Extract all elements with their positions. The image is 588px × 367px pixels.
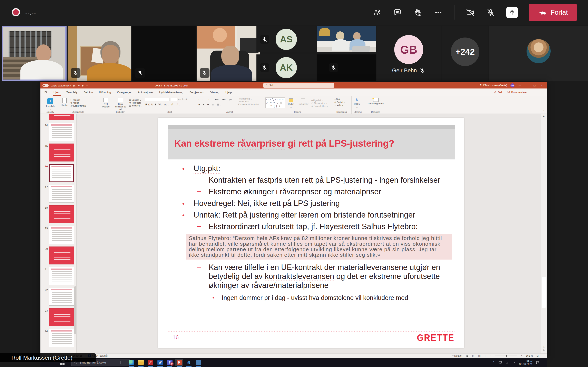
comments-button[interactable]: Kommentarer	[507, 91, 527, 94]
ribbon-tab[interactable]: Hjem	[53, 90, 61, 95]
share-button[interactable]: Del	[494, 91, 502, 94]
underline-button[interactable]: U	[151, 103, 153, 106]
slideshow-icon[interactable]: 𝖳	[484, 354, 486, 358]
task-view-icon[interactable]	[118, 359, 126, 366]
align-right-button[interactable]: ≡	[207, 103, 209, 106]
audio-tile-ak[interactable]: AK	[256, 54, 316, 81]
text-direction-button[interactable]: Tekstretning ⌄	[238, 98, 261, 100]
slide-thumbnail[interactable]	[49, 114, 74, 120]
mic-off-icon[interactable]	[486, 8, 495, 17]
video-tile-camera-off[interactable]	[132, 26, 196, 81]
slide[interactable]: Kan ekstreme råvarpriser gi rett på LPS-…	[158, 118, 464, 348]
slide-thumbnail[interactable]	[49, 226, 74, 244]
ribbon-tab[interactable]: Animasjoner	[138, 90, 154, 95]
action-center-icon[interactable]	[536, 361, 539, 364]
word-icon[interactable]: W	[156, 359, 164, 366]
scrollbar-thumb[interactable]	[542, 277, 546, 308]
shape-fill-button[interactable]: ◙ Figurfyll ⌄	[311, 99, 328, 101]
taskbar-clock[interactable]: 08.57 30.06.2021	[519, 359, 532, 366]
acrobat-icon[interactable]: 𝐹	[146, 359, 155, 366]
find-button[interactable]: ⌕ Søk	[334, 98, 351, 100]
previous-slide-icon[interactable]: ≙	[543, 346, 545, 349]
slide-thumbnail[interactable]	[49, 329, 74, 347]
minimize-icon[interactable]: –	[525, 84, 529, 87]
video-tile-participant[interactable]	[68, 26, 131, 81]
font-color-button[interactable]: A⌄	[177, 103, 180, 106]
align-text-button[interactable]: Juster tekst ⌄	[238, 100, 261, 103]
customize-qat-icon[interactable]: ≂	[86, 84, 88, 87]
reset-button[interactable]: ⟲ Tilbakestill	[129, 101, 143, 104]
slide-scrollbar[interactable]: ▲ ≙ ≚	[541, 114, 547, 353]
ribbon-options-icon[interactable]: ▭	[518, 84, 522, 87]
layout-button[interactable]: ▣ Oppsett ⌄	[129, 99, 143, 101]
indent-more-button[interactable]: ⇥≡	[222, 98, 225, 101]
align-center-button[interactable]: ≡	[203, 103, 205, 106]
video-tile-participant[interactable]	[197, 26, 260, 81]
change-case-button[interactable]: Aa⌄	[164, 103, 169, 106]
ppt-search-box[interactable]: Søk	[263, 83, 334, 88]
line-spacing-button[interactable]: ↕≡	[229, 98, 232, 101]
char-spacing-button[interactable]: AV⌄	[158, 103, 163, 106]
restore-icon[interactable]: □	[532, 84, 536, 87]
share-screen-icon[interactable]	[506, 7, 518, 18]
shapes-gallery[interactable]: ▭ \ ╲ ▭ ○ ○△ ▱ ⇨ ▽ ☆⌒ ◠ { } ☆ ⌄	[265, 98, 285, 108]
font-name-box[interactable]	[145, 98, 169, 101]
collapse-ribbon-icon[interactable]: ⌃	[543, 110, 545, 113]
bullets-button[interactable]: ≔⌄	[199, 98, 203, 101]
powerpoint-icon[interactable]: P	[175, 359, 183, 366]
replace-button[interactable]: ⇄ Erstatt ⌄	[334, 101, 351, 103]
format-painter-button[interactable]: 🖉 Kopier format	[70, 105, 86, 107]
network-icon[interactable]	[505, 361, 509, 364]
smartart-button[interactable]: Konverter til SmartArt ⌄	[238, 103, 261, 106]
audio-tile-photo[interactable]	[489, 26, 588, 81]
select-button[interactable]: ➢ Velg ⌄	[334, 104, 351, 106]
numbering-button[interactable]: ≕⌄	[207, 98, 212, 101]
ribbon-tab[interactable]: Overganger	[117, 90, 132, 95]
align-left-button[interactable]: ≡	[199, 103, 200, 106]
slide-thumbnail[interactable]	[49, 143, 74, 161]
normal-view-icon[interactable]: ▣	[466, 354, 468, 358]
save-icon[interactable]: ▤	[73, 84, 76, 87]
copy-button[interactable]: ⧉ Kopier ⌄	[70, 101, 86, 104]
internet-explorer-icon[interactable]: e	[185, 359, 193, 366]
arrange-button[interactable]: Ordne⌄	[287, 98, 295, 109]
chat-icon[interactable]	[393, 8, 402, 17]
reactions-icon[interactable]	[413, 8, 423, 17]
justify-button[interactable]: ≣	[212, 103, 214, 106]
strikethrough-button[interactable]: S	[155, 103, 156, 106]
teams-icon[interactable]: T 9+	[165, 359, 174, 366]
undo-icon[interactable]: ⟲	[78, 84, 80, 87]
slide-thumbnail[interactable]	[49, 288, 74, 306]
zoom-out-icon[interactable]: −	[490, 354, 491, 357]
leave-button[interactable]: Forlat	[529, 4, 577, 21]
speaker-muted-icon[interactable]	[512, 361, 516, 364]
ribbon-tab[interactable]: Visning	[210, 90, 220, 95]
tray-expand-icon[interactable]: ⌃	[493, 361, 495, 364]
slide-sorter-icon[interactable]: ⊞	[472, 354, 475, 358]
ribbon-tab[interactable]: Se gjennom	[189, 90, 205, 95]
slide-thumbnail[interactable]	[49, 123, 74, 141]
scroll-up-icon[interactable]: ▲	[541, 114, 547, 117]
present-icon[interactable]: ▶	[82, 84, 84, 87]
ribbon-tab[interactable]: Sett inn	[83, 90, 93, 95]
more-options-icon[interactable]	[434, 8, 443, 17]
cut-button[interactable]: ✂ Klipp ut	[70, 99, 86, 101]
video-tile-active-speaker[interactable]	[2, 26, 67, 81]
ribbon-tab[interactable]: Hjelp	[225, 90, 232, 95]
fit-slide-icon[interactable]: ⊡	[536, 354, 539, 357]
italic-button[interactable]: K	[148, 103, 150, 106]
indent-less-button[interactable]: ⇤≡	[215, 98, 218, 101]
dictate-button[interactable]: Dikter⌄	[353, 97, 361, 109]
design-ideas-button[interactable]: ⚡ Utformingsideer	[367, 97, 385, 106]
edge-icon[interactable]	[127, 359, 135, 366]
font-size-box[interactable]	[171, 98, 177, 101]
ribbon-tab[interactable]: Lysbildefremvisning	[159, 90, 184, 95]
zoom-slider[interactable]	[495, 356, 517, 356]
zoom-level[interactable]: 162 %	[526, 354, 533, 357]
file-explorer-icon[interactable]	[137, 359, 145, 366]
autosave-toggle[interactable]	[43, 84, 49, 87]
slide-thumbnail[interactable]	[49, 267, 74, 285]
quick-styles-button[interactable]: Hurtigstiler	[297, 98, 310, 109]
highlight-button[interactable]: 🖉⌄	[171, 103, 175, 106]
participants-icon[interactable]	[372, 8, 382, 17]
